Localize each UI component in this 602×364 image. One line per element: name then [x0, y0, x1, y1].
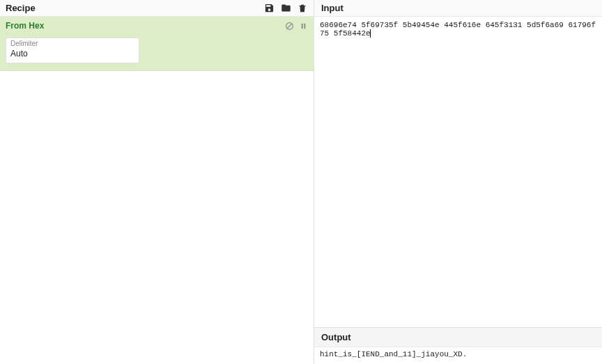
input-text: 68696e74 5f69735f 5b49454e 445f616e 645f… [320, 21, 596, 38]
text-caret [370, 29, 371, 38]
delimiter-label: Delimiter [10, 40, 134, 48]
svg-line-1 [287, 24, 292, 29]
input-title: Input [321, 3, 344, 13]
recipe-drop-area[interactable] [0, 71, 314, 364]
recipe-panel: Recipe From Hex [0, 0, 314, 364]
input-header: Input [314, 0, 602, 17]
pause-icon[interactable] [298, 21, 308, 31]
output-title: Output [321, 332, 351, 342]
operation-from-hex[interactable]: From Hex Delimiter Auto [0, 17, 314, 71]
io-panel: Input 68696e74 5f69735f 5b49454e 445f616… [314, 0, 602, 364]
operation-body: Delimiter Auto [0, 35, 314, 70]
operation-title: From Hex [6, 21, 284, 31]
save-icon[interactable] [263, 3, 275, 14]
recipe-header: Recipe [0, 0, 314, 17]
delimiter-value: Auto [10, 49, 28, 58]
output-text[interactable]: hint_is_[IEND_and_11]_jiayou_XD. [314, 347, 602, 364]
disable-icon[interactable] [284, 21, 294, 31]
svg-rect-3 [304, 23, 305, 28]
folder-icon[interactable] [280, 3, 291, 14]
delimiter-select[interactable]: Delimiter Auto [6, 38, 139, 63]
recipe-header-icons [263, 3, 308, 14]
trash-icon[interactable] [297, 3, 308, 14]
svg-rect-2 [301, 23, 302, 28]
operation-icons [284, 21, 308, 31]
recipe-title: Recipe [6, 3, 263, 13]
output-section: Output hint_is_[IEND_and_11]_jiayou_XD. [314, 327, 602, 364]
output-header: Output [314, 328, 602, 347]
operation-header: From Hex [0, 17, 314, 35]
input-textarea[interactable]: 68696e74 5f69735f 5b49454e 445f616e 645f… [314, 17, 602, 327]
